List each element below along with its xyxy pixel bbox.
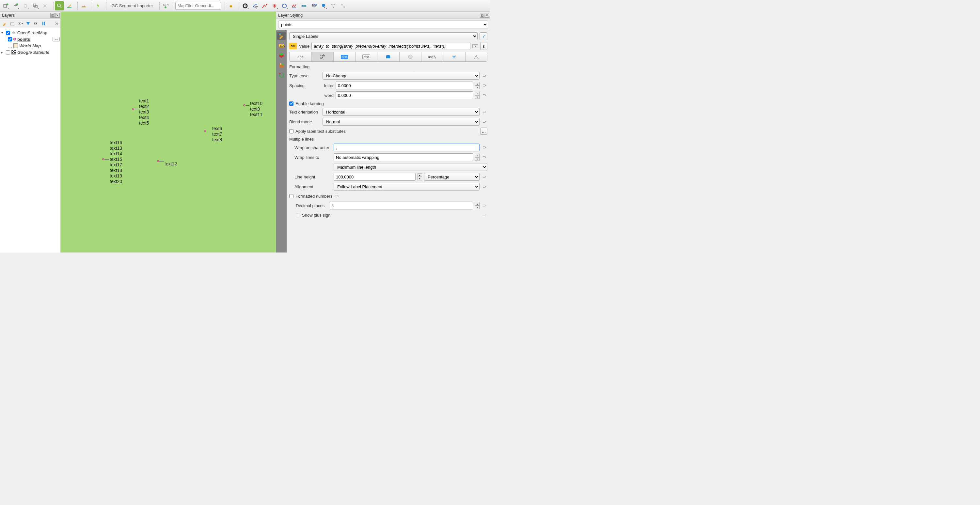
panel-close-icon[interactable]: ✕ <box>485 13 489 17</box>
alignment-select[interactable]: Follow Label Placement <box>334 183 480 191</box>
paint-icon[interactable]: ▾ <box>319 1 328 10</box>
data-defined-button[interactable] <box>334 192 340 200</box>
polygon-cut-icon[interactable]: ▾ <box>280 1 289 10</box>
duplicate-icon[interactable]: ▾ <box>31 1 40 10</box>
map-point[interactable] <box>243 105 245 106</box>
layer-checkbox[interactable] <box>6 31 10 35</box>
labels-tab-icon[interactable]: abc <box>277 41 286 50</box>
3d-tab-icon[interactable] <box>277 51 286 60</box>
map-point[interactable] <box>102 158 104 160</box>
quickosm-icon[interactable] <box>55 1 64 10</box>
igc-label: IGC Segment Importer <box>108 3 156 8</box>
callouts-tab[interactable]: abc <box>422 52 443 61</box>
expression-builder-button[interactable]: ε <box>480 42 487 50</box>
wrap-char-input[interactable] <box>334 143 480 151</box>
circle-dot-icon[interactable]: ▾ <box>240 1 250 10</box>
visibility-icon[interactable]: ▾ <box>17 20 24 27</box>
kerning-checkbox[interactable] <box>289 102 293 106</box>
svg-point-14 <box>262 7 263 8</box>
layer-row-worldmap[interactable]: World Map <box>1 43 60 49</box>
profile-icon[interactable] <box>290 1 299 10</box>
bee-icon[interactable] <box>226 1 235 10</box>
buffer-tab[interactable]: abc <box>334 52 355 61</box>
orientation-select[interactable]: Horizontal <box>323 108 480 116</box>
map-point[interactable] <box>157 160 159 162</box>
symbology-tab-icon[interactable] <box>277 32 286 40</box>
line-xy-icon[interactable]: xy <box>250 1 259 10</box>
expression-icon[interactable]: ε▾ <box>33 20 39 27</box>
data-defined-button[interactable] <box>482 183 487 190</box>
data-defined-button[interactable] <box>482 154 487 161</box>
panel-undock-icon[interactable]: ◱ <box>50 13 55 17</box>
svg-point-25 <box>19 23 20 24</box>
line-height-input[interactable] <box>334 173 415 181</box>
map-canvas[interactable]: text1text2text3text4text5text6text7text8… <box>61 12 276 252</box>
history-tab-icon[interactable] <box>277 71 286 79</box>
word-spacing-input[interactable] <box>336 91 473 99</box>
svg-rect-42 <box>483 147 485 148</box>
value-expression-input[interactable] <box>312 42 471 50</box>
wrap-lines-input[interactable] <box>334 153 473 161</box>
map-point[interactable] <box>204 130 206 132</box>
layer-checkbox[interactable] <box>8 37 12 41</box>
gpx-icon[interactable]: GPX <box>161 1 170 10</box>
data-defined-button[interactable] <box>482 211 487 219</box>
map-label: text16text13text14text15text17text18text… <box>110 140 122 184</box>
data-defined-button[interactable] <box>482 118 487 125</box>
data-defined-button[interactable] <box>482 108 487 116</box>
style-icon[interactable] <box>1 20 8 27</box>
layer-checkbox[interactable] <box>6 50 10 54</box>
rendering-tab[interactable] <box>466 52 487 61</box>
blend-mode-select[interactable]: Normal <box>323 118 480 125</box>
filter-icon[interactable] <box>25 20 31 27</box>
masks-tab-icon[interactable] <box>277 61 286 70</box>
layer-row-google[interactable]: ▸ Google Satellite <box>1 49 60 56</box>
substitutes-checkbox[interactable] <box>289 129 293 133</box>
substitutes-config-button[interactable]: … <box>480 127 487 135</box>
styling-layer-select[interactable]: points <box>278 21 488 29</box>
ruler-icon[interactable] <box>299 1 309 10</box>
data-defined-button[interactable] <box>482 144 487 151</box>
terrain-icon[interactable] <box>79 1 88 10</box>
svg-point-10 <box>229 5 232 8</box>
bolt-icon[interactable] <box>93 1 102 10</box>
numbers-icon[interactable]: 123 <box>309 1 318 10</box>
data-defined-button[interactable] <box>482 72 487 79</box>
formatted-numbers-checkbox[interactable] <box>289 194 293 199</box>
layer-row-openstreetmap[interactable]: ▾ OpenStreetMap <box>1 29 60 36</box>
text-tab[interactable]: abc <box>290 52 312 61</box>
mask-tab[interactable]: abc <box>355 52 377 61</box>
formatting-tab[interactable]: +ab<c <box>312 52 333 61</box>
pencil-color-icon[interactable] <box>65 1 74 10</box>
map-point[interactable] <box>132 108 134 110</box>
type-case-select[interactable]: No Change <box>323 72 480 79</box>
add-layer-icon[interactable]: ▾ <box>11 1 20 10</box>
reset-button[interactable] <box>480 32 487 40</box>
collapse-icon[interactable] <box>40 20 47 27</box>
wrap-length-select[interactable]: Maximum line length <box>334 163 487 171</box>
label-mode-select[interactable]: Single Labels <box>289 32 477 40</box>
line-height-unit-select[interactable]: Percentage <box>424 173 480 181</box>
data-defined-button[interactable] <box>482 173 487 180</box>
background-tab[interactable] <box>377 52 399 61</box>
new-feature-icon[interactable]: ▾ <box>1 1 10 10</box>
add-group-icon[interactable] <box>9 20 16 27</box>
map-label: text12 <box>164 161 177 167</box>
svg-rect-0 <box>3 4 6 7</box>
bearing-icon[interactable]: ▾ <box>270 1 279 10</box>
svg-rect-39 <box>483 95 485 96</box>
layer-checkbox[interactable] <box>8 44 12 48</box>
panel-undock-icon[interactable]: ◱ <box>480 13 484 17</box>
placement-tab[interactable] <box>443 52 465 61</box>
data-defined-button[interactable] <box>482 82 487 89</box>
letter-spacing-input[interactable] <box>336 81 473 89</box>
layer-row-points[interactable]: points ▭ <box>1 36 60 43</box>
polyline-icon[interactable] <box>260 1 269 10</box>
expand-chevron-icon[interactable]: » <box>54 20 59 27</box>
data-defined-button[interactable] <box>482 92 487 99</box>
svg-text:GPX: GPX <box>163 3 169 6</box>
shadow-tab[interactable] <box>399 52 422 61</box>
geocoder-search-input[interactable] <box>175 2 221 10</box>
data-defined-button[interactable] <box>482 202 487 209</box>
panel-close-icon[interactable]: ✕ <box>55 13 60 17</box>
